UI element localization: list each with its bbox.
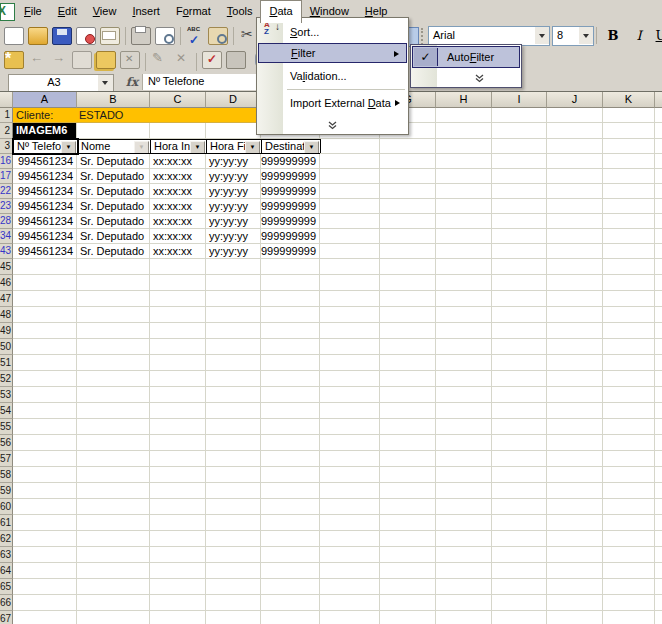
cell[interactable]: [603, 229, 655, 244]
cell[interactable]: [492, 123, 547, 139]
cell[interactable]: [206, 451, 261, 467]
cell[interactable]: [436, 371, 492, 387]
cell[interactable]: [436, 611, 492, 624]
row-header[interactable]: 48: [0, 307, 13, 323]
cell[interactable]: [261, 291, 320, 307]
cell[interactable]: [603, 579, 655, 595]
cell[interactable]: [77, 563, 150, 579]
cell[interactable]: [13, 291, 77, 307]
filter-header-D[interactable]: Hora Fin▼: [206, 139, 262, 154]
cell[interactable]: [150, 403, 206, 419]
cell[interactable]: [547, 515, 603, 531]
cell[interactable]: [320, 451, 380, 467]
cell[interactable]: [261, 467, 320, 483]
column-header-J[interactable]: J: [547, 92, 603, 108]
cell[interactable]: [492, 483, 547, 499]
cell[interactable]: [77, 451, 150, 467]
cell[interactable]: [436, 169, 492, 184]
cell[interactable]: [206, 123, 261, 139]
cell[interactable]: [436, 184, 492, 199]
cell[interactable]: [380, 139, 436, 154]
new-document-icon[interactable]: [4, 27, 24, 45]
menu-edit[interactable]: Edit: [50, 0, 85, 22]
cell[interactable]: [206, 531, 261, 547]
cell[interactable]: [655, 563, 662, 579]
cell[interactable]: [547, 499, 603, 515]
cell[interactable]: [320, 169, 380, 184]
delete-folder-icon[interactable]: [120, 51, 140, 69]
cell[interactable]: [261, 451, 320, 467]
cell[interactable]: [320, 307, 380, 323]
cell[interactable]: [547, 611, 603, 624]
cell[interactable]: [150, 515, 206, 531]
cell[interactable]: 994561234: [13, 169, 77, 184]
cell[interactable]: [655, 515, 662, 531]
row-header[interactable]: 45: [0, 259, 13, 275]
cell[interactable]: [77, 419, 150, 435]
cell[interactable]: [77, 499, 150, 515]
cell[interactable]: [547, 435, 603, 451]
cell[interactable]: [655, 199, 662, 214]
cell[interactable]: [77, 467, 150, 483]
cell[interactable]: [547, 275, 603, 291]
cell[interactable]: [77, 483, 150, 499]
cell[interactable]: [492, 108, 547, 123]
cell[interactable]: [603, 184, 655, 199]
forward-icon[interactable]: [50, 51, 68, 67]
row-header[interactable]: 60: [0, 499, 13, 515]
cell[interactable]: [436, 547, 492, 563]
cell[interactable]: [206, 595, 261, 611]
back-icon[interactable]: [28, 51, 46, 67]
cell[interactable]: [77, 595, 150, 611]
menu-file[interactable]: File: [16, 0, 50, 22]
cell[interactable]: [547, 595, 603, 611]
filter-header-A[interactable]: Nº Telefo▼: [13, 139, 78, 154]
cell[interactable]: [436, 307, 492, 323]
filter-header-B[interactable]: Nome▼: [77, 139, 151, 154]
cell[interactable]: [492, 244, 547, 259]
cell[interactable]: [547, 229, 603, 244]
cell[interactable]: [13, 563, 77, 579]
cell[interactable]: [603, 403, 655, 419]
cell[interactable]: yy:yy:yy: [206, 214, 261, 229]
cell[interactable]: [380, 419, 436, 435]
cell[interactable]: [603, 531, 655, 547]
cell[interactable]: [320, 531, 380, 547]
row-header[interactable]: 53: [0, 387, 13, 403]
cell[interactable]: [13, 547, 77, 563]
menu-item-autofilter[interactable]: ✓ AutoFilter: [412, 46, 520, 68]
underline-button[interactable]: U: [650, 26, 662, 45]
row-header[interactable]: 55: [0, 419, 13, 435]
research-icon[interactable]: [208, 27, 228, 45]
column-header-partial[interactable]: [655, 92, 662, 108]
cell[interactable]: [13, 387, 77, 403]
cell[interactable]: [492, 595, 547, 611]
cell[interactable]: [380, 467, 436, 483]
column-header-B[interactable]: B: [77, 92, 150, 108]
toolbar-drag-handle[interactable]: [421, 28, 423, 45]
cell[interactable]: [206, 323, 261, 339]
cell[interactable]: [547, 291, 603, 307]
cell[interactable]: [150, 259, 206, 275]
cell[interactable]: [603, 139, 655, 154]
cell[interactable]: [13, 275, 77, 291]
cell[interactable]: [603, 387, 655, 403]
row-header[interactable]: 17: [0, 169, 13, 184]
cell[interactable]: [320, 595, 380, 611]
cell[interactable]: [492, 184, 547, 199]
cell[interactable]: [150, 531, 206, 547]
cell[interactable]: [320, 403, 380, 419]
cell[interactable]: [77, 531, 150, 547]
cell[interactable]: [547, 483, 603, 499]
cell[interactable]: [492, 259, 547, 275]
cell[interactable]: [492, 355, 547, 371]
cell[interactable]: [380, 387, 436, 403]
row-header[interactable]: 49: [0, 323, 13, 339]
cell[interactable]: [261, 371, 320, 387]
cell[interactable]: [655, 307, 662, 323]
cell[interactable]: [492, 307, 547, 323]
cell[interactable]: [77, 339, 150, 355]
cell[interactable]: [436, 214, 492, 229]
permission-icon[interactable]: [76, 27, 96, 45]
cell[interactable]: [320, 355, 380, 371]
